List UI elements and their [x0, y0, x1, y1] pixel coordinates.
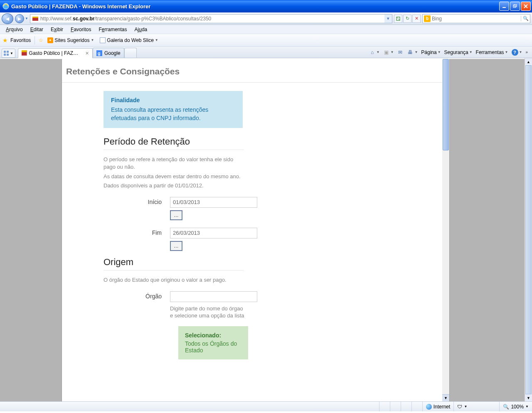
svg-rect-9 — [4, 54, 6, 56]
status-cell — [379, 402, 390, 411]
help-menu[interactable]: ?▼ — [512, 49, 522, 56]
menu-ajuda[interactable]: Ajuda — [131, 26, 151, 33]
tab-google[interactable]: g Google — [93, 48, 124, 58]
selecionado-label: Selecionado: — [185, 332, 221, 339]
back-button[interactable]: ◄ — [2, 13, 13, 24]
scroll-down-button[interactable]: ▼ — [442, 394, 449, 401]
security-zone[interactable]: Internet — [422, 402, 454, 411]
safety-menu[interactable]: Segurança ▼ — [444, 49, 473, 55]
callout-heading: Finalidade — [111, 97, 235, 103]
inicio-picker-button[interactable]: ... — [170, 210, 182, 220]
zoom-value: 100% — [511, 404, 524, 410]
site-favicon — [32, 15, 39, 22]
quick-tabs-button[interactable]: ▼ — [2, 49, 15, 58]
fim-label: Fim — [103, 228, 170, 236]
origem-heading: Origem — [103, 257, 244, 270]
print-button[interactable]: 🖶▼ — [407, 49, 418, 56]
google-favicon: g — [96, 50, 102, 56]
command-bar: ⌂▼ ▣▼ ✉ 🖶▼ Página ▼ Segurança ▼ Ferramen… — [367, 47, 530, 58]
selecionado-value: Todos os Órgãos do Estado — [185, 340, 241, 354]
rss-icon: ▣ — [383, 49, 389, 56]
window-title: Gasto Público | FAZENDA - Windows Intern… — [11, 3, 499, 10]
orgao-input[interactable] — [170, 291, 257, 302]
favorites-star-icon[interactable]: ★ — [2, 37, 8, 44]
tools-menu[interactable]: Ferramentas ▼ — [476, 49, 508, 55]
refresh-button[interactable]: ↻ — [403, 15, 411, 23]
new-tab-button[interactable] — [124, 48, 137, 58]
nav-history-dropdown[interactable]: ▼ — [25, 17, 28, 20]
zoom-icon: 🔍 — [503, 404, 509, 410]
svg-rect-2 — [513, 5, 516, 7]
chevron-down-icon: ▼ — [525, 405, 529, 408]
inner-scrollbar[interactable]: ▼ — [442, 59, 449, 401]
home-button[interactable]: ⌂▼ — [369, 49, 380, 56]
menu-ferramentas[interactable]: Ferramentas — [95, 26, 130, 33]
outer-scrollbar[interactable]: ▲ ▼ — [525, 58, 532, 401]
search-box[interactable]: b 🔍 — [422, 14, 530, 23]
page-content-panel: Retenções e Consignações Finalidade Esta… — [62, 59, 450, 401]
address-dropdown[interactable]: ▾ — [384, 15, 392, 23]
home-icon: ⌂ — [369, 49, 376, 56]
status-cell — [401, 402, 411, 411]
address-bar[interactable]: http://www.sef.sc.gov.br/transparencia/g… — [30, 14, 392, 23]
print-icon: 🖶 — [407, 49, 414, 56]
scroll-down-button[interactable]: ▼ — [525, 394, 532, 401]
stop-button[interactable]: ✕ — [412, 15, 421, 23]
svg-rect-7 — [4, 51, 6, 53]
chevron-down-icon: ▼ — [10, 52, 13, 55]
status-cell — [390, 402, 401, 411]
periodo-help-3: Dados disponíveis a partir de 01/01/2012… — [103, 182, 245, 189]
selecionado-box: Selecionado: Todos os Órgãos do Estado — [178, 326, 248, 359]
search-input[interactable] — [432, 16, 521, 22]
scrollbar-thumb[interactable] — [443, 59, 449, 150]
menu-editar[interactable]: Editar — [27, 26, 47, 33]
overflow-chevron-icon[interactable]: » — [525, 50, 528, 54]
shield-icon: 🛡 — [457, 404, 462, 410]
window-minimize-button[interactable] — [499, 2, 509, 11]
scrollbar-thumb[interactable] — [525, 65, 532, 394]
page-menu[interactable]: Página ▼ — [421, 49, 441, 55]
menu-exibir[interactable]: Exibir — [47, 26, 66, 33]
protected-mode[interactable]: 🛡 ▼ — [453, 402, 499, 411]
search-go-button[interactable]: 🔍 — [521, 16, 530, 21]
fim-row: Fim ... — [103, 228, 442, 251]
orgao-row: Órgão Digite parte do nome do órgao e se… — [103, 291, 442, 319]
menu-bar: Arquivo Editar Exibir Favoritos Ferramen… — [0, 25, 532, 34]
add-favorite-icon[interactable]: ☆ — [39, 37, 43, 43]
status-bar: Internet 🛡 ▼ 🔍 100% ▼ — [0, 401, 532, 411]
read-mail-button[interactable]: ✉ — [397, 49, 404, 56]
favorites-bar: ★ Favoritos ☆ ✦ Sites Sugeridos ▼ Galeri… — [0, 34, 532, 47]
menu-favoritos[interactable]: Favoritos — [67, 26, 94, 33]
svg-rect-3 — [514, 4, 517, 7]
browser-viewport: Retenções e Consignações Finalidade Esta… — [0, 58, 532, 401]
menu-arquivo[interactable]: Arquivo — [2, 26, 26, 33]
page-title: Retenções e Consignações — [62, 59, 442, 83]
svg-rect-1 — [502, 7, 506, 8]
zone-label: Internet — [433, 404, 451, 410]
fim-picker-button[interactable]: ... — [170, 241, 182, 251]
tab-close-icon[interactable]: ✕ — [85, 51, 89, 56]
window-titlebar: Gasto Público | FAZENDA - Windows Intern… — [0, 0, 532, 12]
chevron-down-icon: ▼ — [155, 38, 158, 42]
mail-icon: ✉ — [397, 49, 404, 56]
fim-input[interactable] — [170, 228, 257, 238]
compat-view-button[interactable] — [394, 15, 402, 23]
scroll-up-button[interactable]: ▲ — [525, 58, 532, 65]
tab-gasto-publico[interactable]: Gasto Público | FAZENDA ✕ — [18, 48, 93, 58]
favorites-label[interactable]: Favoritos — [10, 37, 31, 43]
sites-sugeridos-link[interactable]: ✦ Sites Sugeridos ▼ — [46, 37, 96, 44]
feeds-button[interactable]: ▣▼ — [383, 49, 394, 56]
url-text[interactable]: http://www.sef.sc.gov.br/transparencia/g… — [40, 15, 384, 22]
window-restore-button[interactable] — [510, 2, 520, 11]
forward-button[interactable]: ► — [15, 14, 24, 23]
globe-icon — [426, 404, 432, 410]
inicio-input[interactable] — [170, 197, 257, 208]
webslice-icon — [100, 37, 106, 43]
svg-rect-5 — [32, 17, 38, 18]
galeria-web-slice-link[interactable]: Galeria do Web Slice ▼ — [98, 37, 160, 44]
window-close-button[interactable] — [521, 2, 531, 11]
zoom-control[interactable]: 🔍 100% ▼ — [499, 402, 532, 411]
svg-rect-10 — [7, 54, 9, 56]
orgao-hint-2: e selecione uma opção da lista — [170, 312, 253, 319]
tab-favicon — [22, 50, 27, 56]
